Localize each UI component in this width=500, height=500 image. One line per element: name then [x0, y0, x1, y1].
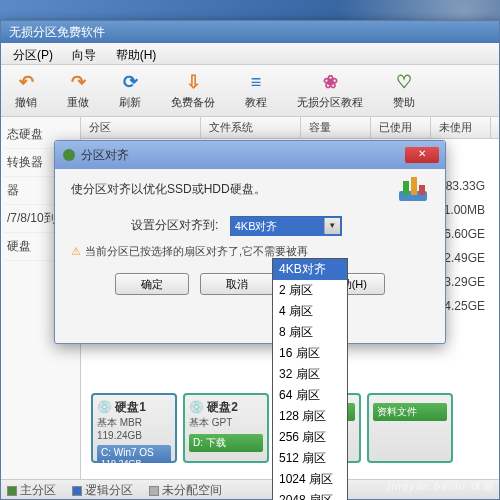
- svg-rect-4: [419, 185, 425, 195]
- toolbar-backup[interactable]: ⇩免费备份: [165, 69, 221, 112]
- tool-label: 赞助: [393, 95, 415, 110]
- dropdown-item[interactable]: 128 扇区: [273, 406, 347, 427]
- dropdown-item[interactable]: 512 扇区: [273, 448, 347, 469]
- column-header: 分区文件系统容量已使用未使用: [81, 117, 499, 139]
- disk-name: 💿 硬盘1: [97, 399, 171, 416]
- size-value: 96.60GE: [438, 227, 495, 241]
- disk-block[interactable]: 💿 硬盘1基本 MBR119.24GBC: Win7 OS119.24GB NT…: [91, 393, 177, 463]
- tool-label: 免费备份: [171, 95, 215, 110]
- warning-text: 当前分区已按选择的扇区对齐了,它不需要被再: [71, 244, 429, 259]
- redo-icon: ↷: [67, 71, 89, 93]
- menu-help[interactable]: 帮助(H): [108, 45, 165, 66]
- toolbar-tutorial[interactable]: ≡教程: [239, 69, 273, 112]
- toolbar-refresh[interactable]: ⟳刷新: [113, 69, 147, 112]
- dialog-desc: 使分区对齐以优化SSD或HDD硬盘。: [71, 181, 429, 198]
- toolbar-tutorial2[interactable]: ❀无损分区教程: [291, 69, 369, 112]
- menu-wizard[interactable]: 向导: [64, 45, 104, 66]
- toolbar-redo[interactable]: ↷重做: [61, 69, 95, 112]
- legend-item: 逻辑分区: [72, 482, 133, 497]
- partition-strip[interactable]: C: Win7 OS119.24GB NTFS: [97, 445, 171, 463]
- cancel-button[interactable]: 取消: [200, 273, 274, 295]
- align-row: 设置分区对齐到: 4KB对齐 ▼: [131, 216, 429, 236]
- menu-partition[interactable]: 分区(P): [5, 45, 61, 66]
- main-title: 无损分区免费软件: [1, 21, 499, 43]
- close-icon[interactable]: ✕: [405, 147, 439, 163]
- dropdown-item[interactable]: 4 扇区: [273, 301, 347, 322]
- size-value: 83.33G: [446, 179, 495, 193]
- app-icon: [61, 147, 77, 163]
- align-dialog: 分区对齐 ✕ 使分区对齐以优化SSD或HDD硬盘。 设置分区对齐到: 4KB对齐…: [54, 140, 446, 344]
- align-dropdown[interactable]: 4KB对齐2 扇区4 扇区8 扇区16 扇区32 扇区64 扇区128 扇区25…: [272, 258, 348, 500]
- dropdown-item[interactable]: 16 扇区: [273, 343, 347, 364]
- chevron-down-icon[interactable]: ▼: [324, 218, 340, 234]
- dropdown-item[interactable]: 32 扇区: [273, 364, 347, 385]
- tool-label: 重做: [67, 95, 89, 110]
- tool-label: 刷新: [119, 95, 141, 110]
- dropdown-item[interactable]: 256 扇区: [273, 427, 347, 448]
- disk-sub: 基本 MBR: [97, 416, 171, 430]
- disk-size: 119.24GB: [97, 430, 171, 441]
- dialog-title: 分区对齐: [81, 147, 129, 164]
- dropdown-item[interactable]: 4KB对齐: [273, 259, 347, 280]
- svg-rect-2: [403, 181, 409, 195]
- tool-label: 无损分区教程: [297, 95, 363, 110]
- svg-rect-3: [411, 177, 417, 195]
- disk-block[interactable]: 资料文件: [367, 393, 453, 463]
- legend-item: 主分区: [7, 482, 56, 497]
- dropdown-item[interactable]: 2 扇区: [273, 280, 347, 301]
- size-value: 73.29GE: [438, 275, 495, 289]
- dropdown-item[interactable]: 1024 扇区: [273, 469, 347, 490]
- toolbar-donate[interactable]: ♡赞助: [387, 69, 421, 112]
- menubar: 分区(P) 向导 帮助(H): [1, 43, 499, 65]
- column-未使用[interactable]: 未使用: [431, 117, 491, 138]
- column-文件系统[interactable]: 文件系统: [201, 117, 301, 138]
- dropdown-item[interactable]: 64 扇区: [273, 385, 347, 406]
- legend-item: 未分配空间: [149, 482, 222, 497]
- partition-strip[interactable]: 资料文件: [373, 403, 447, 421]
- tutorial-icon: ≡: [245, 71, 267, 93]
- backup-icon: ⇩: [182, 71, 204, 93]
- disk-icon: [397, 177, 429, 205]
- align-label: 设置分区对齐到:: [131, 218, 218, 232]
- disk-block[interactable]: 💿 硬盘2基本 GPTD: 下载: [183, 393, 269, 463]
- disk-sub: 基本 GPT: [189, 416, 263, 430]
- size-value: 82.49GE: [438, 251, 495, 265]
- column-已使用[interactable]: 已使用: [371, 117, 431, 138]
- ok-button[interactable]: 确定: [115, 273, 189, 295]
- tool-label: 教程: [245, 95, 267, 110]
- watermark: jingyan.baidu.体验: [388, 479, 494, 494]
- toolbar: ↶撤销↷重做⟳刷新⇩免费备份≡教程❀无损分区教程♡赞助: [1, 65, 499, 117]
- dropdown-item[interactable]: 8 扇区: [273, 322, 347, 343]
- refresh-icon: ⟳: [119, 71, 141, 93]
- tool-label: 撤销: [15, 95, 37, 110]
- svg-point-0: [63, 149, 75, 161]
- dialog-titlebar[interactable]: 分区对齐 ✕: [55, 141, 445, 169]
- donate-icon: ♡: [393, 71, 415, 93]
- dropdown-item[interactable]: 2048 扇区: [273, 490, 347, 500]
- tutorial2-icon: ❀: [319, 71, 341, 93]
- partition-strip[interactable]: D: 下载: [189, 434, 263, 452]
- toolbar-undo[interactable]: ↶撤销: [9, 69, 43, 112]
- column-分区[interactable]: 分区: [81, 117, 201, 138]
- undo-icon: ↶: [15, 71, 37, 93]
- disk-name: 💿 硬盘2: [189, 399, 263, 416]
- align-combo[interactable]: 4KB对齐 ▼: [230, 216, 342, 236]
- column-容量[interactable]: 容量: [301, 117, 371, 138]
